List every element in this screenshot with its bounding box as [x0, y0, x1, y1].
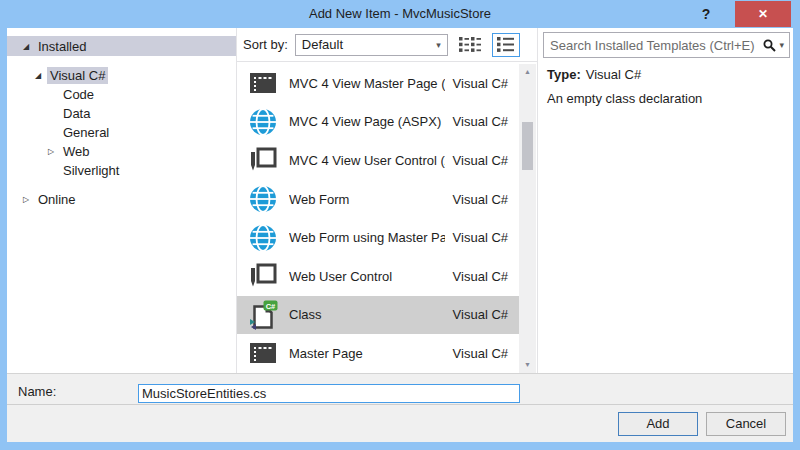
template-icon	[247, 106, 279, 138]
tree-item-general[interactable]: General	[7, 123, 236, 142]
search-button[interactable]: ▾	[763, 39, 789, 52]
tree-item-label: Data	[60, 105, 93, 122]
search-icon	[763, 39, 776, 52]
details-pane: ▾ Type:Visual C# An empty class declarat…	[538, 28, 793, 373]
template-name: Web Form using Master Page	[289, 230, 445, 245]
close-button[interactable]: ✕	[735, 1, 791, 27]
template-language: Visual C#	[453, 269, 508, 284]
help-button[interactable]: ?	[696, 4, 716, 24]
master-page-icon	[247, 67, 279, 99]
template-language: Visual C#	[453, 307, 508, 322]
main-area: ◢ Installed ◢ Visual C# Code Data Genera…	[7, 28, 793, 373]
window-title: Add New Item - MvcMusicStore	[0, 6, 800, 21]
tree-item-code[interactable]: Code	[7, 85, 236, 104]
template-item-master-page[interactable]: Master Page Visual C#	[237, 334, 520, 373]
template-item-web-user-control[interactable]: Web User Control Visual C#	[237, 257, 520, 296]
template-language: Visual C#	[453, 346, 508, 361]
expanded-expander-icon[interactable]: ◢	[31, 71, 45, 80]
template-item-mvc-4-view-master-page-as[interactable]: MVC 4 View Master Page (AS... Visual C#	[237, 64, 520, 103]
close-icon: ✕	[758, 7, 768, 21]
tree-item-online[interactable]: ▷ Online	[7, 190, 236, 209]
template-language: Visual C#	[453, 76, 508, 91]
globe-icon	[247, 183, 279, 215]
template-icon	[247, 260, 279, 292]
template-name: Web Form	[289, 192, 445, 207]
small-icons-view-icon	[459, 37, 481, 52]
chevron-down-icon: ▾	[436, 40, 447, 50]
search-box: ▾	[543, 32, 790, 58]
list-view-button[interactable]	[492, 33, 520, 57]
template-pane: Sort by: Default ▾	[237, 28, 538, 373]
sort-by-label: Sort by:	[243, 37, 288, 52]
search-input[interactable]	[544, 38, 763, 53]
template-icon	[247, 67, 279, 99]
tree-item-label: Visual C#	[47, 67, 108, 84]
footer: Name: Add Cancel	[7, 373, 793, 442]
globe-icon	[247, 106, 279, 138]
button-row: Add Cancel	[7, 405, 793, 442]
template-icon	[247, 337, 279, 369]
collapsed-expander-icon[interactable]: ▷	[44, 147, 58, 156]
name-label: Name:	[18, 384, 56, 399]
template-language: Visual C#	[453, 192, 508, 207]
template-icon: C#	[247, 299, 279, 331]
add-new-item-dialog: Add New Item - MvcMusicStore ? ✕ ◢ Insta…	[0, 0, 800, 450]
template-item-web-form[interactable]: Web Form Visual C#	[237, 180, 520, 219]
category-tree: ◢ Installed ◢ Visual C# Code Data Genera…	[7, 28, 236, 209]
type-label: Type:	[547, 67, 581, 82]
template-icon	[247, 222, 279, 254]
tree-item-silverlight[interactable]: Silverlight	[7, 161, 236, 180]
svg-text:C#: C#	[266, 301, 276, 310]
tree-item-installed[interactable]: ◢ Installed	[7, 36, 236, 56]
template-item-web-form-using-master-page[interactable]: Web Form using Master Page Visual C#	[237, 218, 520, 257]
scroll-up-button[interactable]: ▲	[519, 67, 536, 77]
template-list: MVC 4 View Master Page (AS... Visual C# …	[237, 64, 520, 373]
tree-item-label: Web	[60, 143, 93, 160]
globe-icon	[247, 222, 279, 254]
template-name: MVC 4 View Page (ASPX)	[289, 114, 445, 129]
add-button[interactable]: Add	[618, 412, 698, 436]
template-language: Visual C#	[453, 153, 508, 168]
sort-by-value: Default	[296, 37, 436, 52]
dialog-body: ◢ Installed ◢ Visual C# Code Data Genera…	[7, 28, 793, 442]
tree-item-web[interactable]: ▷ Web	[7, 142, 236, 161]
sort-by-dropdown[interactable]: Default ▾	[295, 34, 448, 56]
template-type-line: Type:Visual C#	[547, 67, 641, 82]
tree-item-label: Silverlight	[60, 162, 122, 179]
template-item-class[interactable]: C# Class Visual C#	[237, 296, 520, 335]
template-icon	[247, 183, 279, 215]
cancel-button[interactable]: Cancel	[706, 412, 786, 436]
template-name: MVC 4 View User Control (AS...	[289, 153, 445, 168]
tree-item-label: Installed	[35, 38, 89, 55]
user-control-icon	[247, 260, 279, 292]
scroll-down-button[interactable]: ▼	[519, 360, 536, 370]
help-icon: ?	[702, 6, 711, 22]
titlebar[interactable]: Add New Item - MvcMusicStore ? ✕	[0, 0, 800, 28]
tree-item-label: Code	[60, 86, 97, 103]
collapsed-expander-icon[interactable]: ▷	[19, 195, 33, 204]
template-name: Master Page	[289, 346, 445, 361]
small-icons-view-button[interactable]	[456, 33, 484, 57]
user-control-icon	[247, 144, 279, 176]
template-name: Web User Control	[289, 269, 445, 284]
template-language: Visual C#	[453, 230, 508, 245]
template-item-mvc-4-view-user-control-as[interactable]: MVC 4 View User Control (AS... Visual C#	[237, 141, 520, 180]
sort-row: Sort by: Default ▾	[237, 28, 537, 62]
search-options-arrow-icon: ▾	[779, 40, 784, 50]
tree-item-data[interactable]: Data	[7, 104, 236, 123]
template-item-mvc-4-view-page-aspx[interactable]: MVC 4 View Page (ASPX) Visual C#	[237, 103, 520, 142]
tree-item-visual-c[interactable]: ◢ Visual C#	[7, 66, 236, 85]
list-view-icon	[497, 37, 514, 52]
template-description: An empty class declaration	[547, 91, 702, 106]
scrollbar-thumb[interactable]	[522, 122, 533, 170]
name-input[interactable]	[138, 384, 520, 403]
list-scrollbar[interactable]: ▲ ▼	[519, 64, 536, 373]
template-name: Class	[289, 307, 445, 322]
expanded-expander-icon[interactable]: ◢	[19, 42, 33, 51]
template-name: MVC 4 View Master Page (AS...	[289, 76, 445, 91]
tree-item-label: General	[60, 124, 112, 141]
template-icon	[247, 144, 279, 176]
tree-item-label: Online	[35, 191, 79, 208]
type-value: Visual C#	[586, 67, 641, 82]
master-page-icon	[247, 337, 279, 369]
